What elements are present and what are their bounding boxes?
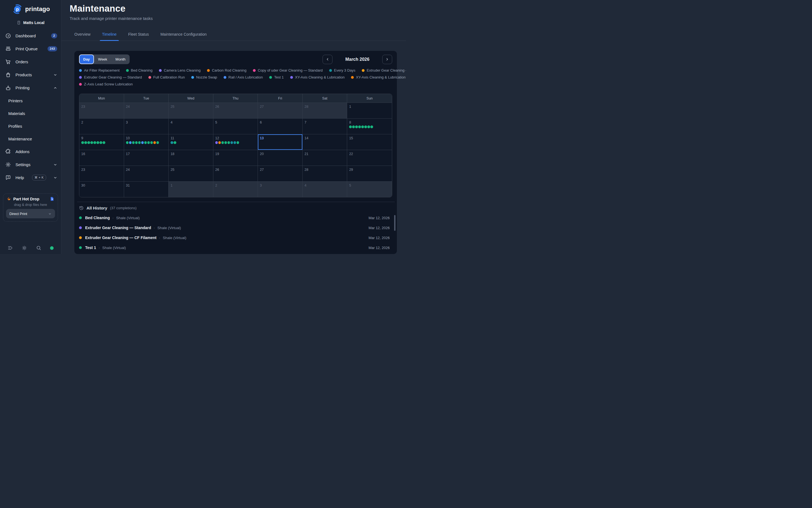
theme-toggle-icon[interactable] [22, 245, 27, 251]
tab-maintenance-configuration[interactable]: Maintenance Configuration [160, 28, 207, 41]
calendar-day-13[interactable]: 13 [258, 134, 303, 150]
weekday-header-row: MonTueWedThuFriSatSun [79, 94, 392, 102]
calendar-day-27[interactable]: 27 [258, 166, 303, 181]
calendar-day-6[interactable]: 6 [258, 118, 303, 134]
view-day-button[interactable]: Day [79, 54, 94, 64]
search-icon[interactable] [36, 245, 41, 251]
calendar-day-4[interactable]: 4 [169, 118, 213, 134]
legend-row: Extruder Gear Cleaning — StandardFull Ca… [79, 75, 406, 79]
legend-item-rail-axis-lubrication: Rail / Axis Lubrication [224, 75, 263, 79]
calendar-day-1[interactable]: 1 [347, 102, 392, 118]
calendar-day-8[interactable]: 8 [347, 118, 392, 134]
legend-label: Extruder Gear Cleaning — Standard [84, 75, 142, 79]
calendar-day-24-adjacent[interactable]: 24 [124, 102, 169, 118]
day-number: 10 [126, 136, 130, 140]
legend-item-z-axis-lead-screw-lubrication: Z-Axis Lead Screw Lubrication [79, 82, 133, 86]
sidebar-item-help[interactable]: ?Help⌘ + K [0, 171, 61, 184]
file-import-icon[interactable] [50, 197, 54, 201]
status-indicator[interactable] [50, 246, 54, 250]
day-number: 28 [305, 168, 308, 172]
calendar-day-22[interactable]: 22 [347, 150, 392, 166]
calendar-day-21[interactable]: 21 [303, 150, 347, 166]
day-number: 11 [171, 136, 174, 140]
calendar-day-10[interactable]: 10 [124, 134, 169, 150]
event-dot [174, 141, 176, 144]
calendar-day-19[interactable]: 19 [213, 150, 258, 166]
calendar-day-26[interactable]: 26 [213, 166, 258, 181]
calendar-day-14[interactable]: 14 [303, 134, 347, 150]
calendar-day-1-adjacent[interactable]: 1 [169, 181, 213, 197]
calendar-day-16[interactable]: 16 [79, 150, 124, 166]
calendar-day-28[interactable]: 28 [303, 166, 347, 181]
account-switcher[interactable]: Matts Local [0, 20, 61, 25]
calendar-day-5-adjacent[interactable]: 5 [347, 181, 392, 197]
calendar-day-5[interactable]: 5 [213, 118, 258, 134]
calendar-day-29[interactable]: 29 [347, 166, 392, 181]
calendar-day-23-adjacent[interactable]: 23 [79, 102, 124, 118]
calendar-day-9[interactable]: 9 [79, 134, 124, 150]
calendar-day-26-adjacent[interactable]: 26 [213, 102, 258, 118]
calendar-day-18[interactable]: 18 [169, 150, 213, 166]
calendar-day-15[interactable]: 15 [347, 134, 392, 150]
day-number: 15 [349, 136, 353, 140]
calendar-grid: MonTueWedThuFriSatSun 232425262728123456… [79, 94, 392, 197]
legend-item-extruder-gear-cleaning-cf-filament: Extruder Gear Cleaning — CF Filament [362, 68, 406, 73]
legend-row: Z-Axis Lead Screw Lubrication [79, 82, 406, 86]
calendar-day-30[interactable]: 30 [79, 181, 124, 197]
calendar-day-27-adjacent[interactable]: 27 [258, 102, 303, 118]
history-scrollbar-thumb[interactable] [394, 215, 395, 231]
legend-dot [207, 69, 210, 72]
sidebar-item-printing[interactable]: Printing [0, 81, 61, 94]
calendar-day-20[interactable]: 20 [258, 150, 303, 166]
history-item[interactable]: Extruder Gear Cleaning — Standard·Shale … [79, 223, 390, 233]
legend-item-camera-lens-cleaning: Camera Lens Cleaning [159, 68, 201, 73]
history-item[interactable]: Bed Cleaning·Shale (Virtual)Mar 12, 2026 [79, 213, 390, 223]
sidebar-item-dashboard[interactable]: Dashboard2 [0, 29, 61, 42]
sidebar-item-orders[interactable]: Orders [0, 55, 61, 68]
sidebar-item-printers[interactable]: Printers [0, 94, 61, 107]
calendar-day-2[interactable]: 2 [79, 118, 124, 134]
calendar-day-3[interactable]: 3 [124, 118, 169, 134]
calendar-day-2-adjacent[interactable]: 2 [213, 181, 258, 197]
sidebar-item-materials[interactable]: Materials [0, 107, 61, 120]
sidebar-item-settings[interactable]: Settings [0, 158, 61, 171]
calendar-day-11[interactable]: 11 [169, 134, 213, 150]
collapse-sidebar-icon[interactable] [7, 245, 13, 251]
sidebar-item-products[interactable]: Products [0, 68, 61, 81]
tab-overview[interactable]: Overview [74, 28, 90, 41]
calendar-day-25[interactable]: 25 [169, 166, 213, 181]
view-week-button[interactable]: Week [94, 54, 112, 64]
history-item[interactable]: Test 1·Shale (Virtual)Mar 12, 2026 [79, 243, 390, 253]
day-number: 27 [260, 168, 264, 172]
view-month-button[interactable]: Month [112, 54, 130, 64]
day-event-dots [215, 141, 258, 144]
calendar-day-24[interactable]: 24 [124, 166, 169, 181]
tab-timeline[interactable]: Timeline [102, 28, 116, 41]
sidebar-item-maintenance[interactable]: Maintenance [0, 132, 61, 145]
history-item[interactable]: Extruder Gear Cleaning — CF Filament·Sha… [79, 233, 390, 243]
next-month-button[interactable] [382, 55, 392, 64]
calendar-day-28-adjacent[interactable]: 28 [303, 102, 347, 118]
calendar-day-12[interactable]: 12 [213, 134, 258, 150]
calendar-day-17[interactable]: 17 [124, 150, 169, 166]
tab-fleet-status[interactable]: Fleet Status [128, 28, 149, 41]
print-mode-select[interactable]: Direct Print [6, 209, 55, 218]
history-dot [79, 226, 82, 229]
calendar-day-31[interactable]: 31 [124, 181, 169, 197]
event-dot [218, 141, 221, 144]
sidebar-item-print-queue[interactable]: Print Queue243 [0, 42, 61, 55]
sidebar-item-addons[interactable]: Addons [0, 145, 61, 158]
weekday-header: Sun [347, 94, 392, 102]
calendar-day-23[interactable]: 23 [79, 166, 124, 181]
event-dot [132, 141, 135, 144]
calendar-day-25-adjacent[interactable]: 25 [169, 102, 213, 118]
legend-dot [79, 76, 82, 79]
sidebar-item-profiles[interactable]: Profiles [0, 120, 61, 132]
calendar-day-3-adjacent[interactable]: 3 [258, 181, 303, 197]
legend-item-xy-axis-cleaning-lubrication-high-use: XY-Axis Cleaning & Lubrication (High Use… [351, 75, 406, 79]
previous-month-button[interactable] [323, 55, 333, 64]
calendar-day-7[interactable]: 7 [303, 118, 347, 134]
calendar-day-4-adjacent[interactable]: 4 [303, 181, 347, 197]
legend-label: Nozzle Swap [196, 75, 217, 79]
part-hot-drop-panel[interactable]: Part Hot Drop drag & drop files here Dir… [3, 194, 58, 222]
